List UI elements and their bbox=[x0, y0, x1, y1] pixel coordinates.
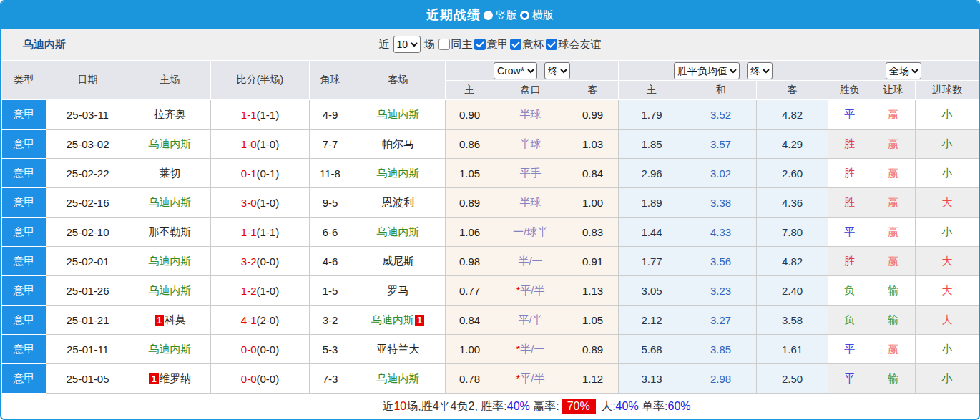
layout-radio-0[interactable] bbox=[484, 11, 493, 20]
euro-home-odds: 3.05 bbox=[619, 276, 685, 306]
asia-home-odds: 0.84 bbox=[446, 306, 494, 335]
home-team-name: 维罗纳 bbox=[160, 372, 192, 384]
league-cell: 意甲 bbox=[2, 364, 46, 394]
league-cell: 意甲 bbox=[2, 335, 46, 364]
away-team-name: 乌迪内斯 bbox=[377, 108, 420, 120]
goals-result: 小 bbox=[916, 335, 979, 364]
league-cell: 意甲 bbox=[2, 247, 46, 276]
handicap-text: 半球 bbox=[520, 108, 542, 120]
half-time-score: (0-0) bbox=[257, 373, 280, 385]
euro-odds-select[interactable]: 胜平负均值 bbox=[674, 62, 740, 79]
summary-segment-4: 赢率: bbox=[530, 399, 559, 414]
corner-cell: 5-3 bbox=[310, 335, 351, 364]
corner-cell: 4-6 bbox=[310, 247, 351, 276]
bookmaker-state-select[interactable]: 终 bbox=[544, 62, 570, 79]
table-row: 意甲 25-02-01 乌迪内斯 3-2(0-0) 4-6 威尼斯 0.98 半… bbox=[2, 247, 979, 276]
full-time-score: 3-2 bbox=[241, 255, 257, 268]
corner-cell: 4-9 bbox=[310, 100, 351, 130]
handicap-result: 赢 bbox=[871, 188, 916, 218]
away-team-name: 恩波利 bbox=[382, 196, 414, 208]
col-header-type: 类型 bbox=[2, 61, 46, 100]
goals-result: 大 bbox=[916, 188, 979, 218]
corner-cell: 7-7 bbox=[310, 130, 351, 159]
euro-draw-odds: 4.33 bbox=[685, 218, 757, 247]
goals-result: 小 bbox=[916, 159, 979, 188]
checkbox-icon[interactable] bbox=[438, 39, 450, 50]
title-bar: 近期战绩 竖版横版 bbox=[1, 1, 979, 29]
away-team-name: 乌迪内斯 bbox=[377, 372, 420, 384]
home-red-card-badge: 1 bbox=[149, 373, 158, 384]
euro-state-select[interactable]: 终 bbox=[747, 62, 773, 79]
euro-away-odds: 2.40 bbox=[757, 276, 828, 306]
summary-segment-8: 单率: bbox=[639, 399, 668, 414]
corner-cell: 3-2 bbox=[310, 306, 351, 335]
filter-checkbox-group: 同主意甲意杯球会友谊 bbox=[438, 38, 602, 52]
scope-select-group: 全场 bbox=[828, 61, 979, 81]
euro-home-odds: 3.13 bbox=[619, 364, 685, 394]
away-team-cell: 乌迪内斯 bbox=[351, 364, 446, 394]
filter-checkbox-1[interactable]: 意甲 bbox=[474, 38, 509, 52]
half-time-score: (0-1) bbox=[257, 167, 280, 180]
summary-segment-3: 40% bbox=[507, 400, 530, 413]
table-row: 意甲 25-03-02 乌迪内斯 1-0(1-0) 7-7 帕尔马 0.86 半… bbox=[2, 130, 979, 159]
goals-result: 大 bbox=[916, 306, 979, 335]
asia-home-odds: 0.78 bbox=[446, 364, 494, 394]
checkbox-icon[interactable] bbox=[510, 39, 521, 50]
date-cell: 25-01-26 bbox=[46, 276, 129, 306]
col-header-date: 日期 bbox=[46, 61, 129, 100]
handicap-text: 平手 bbox=[520, 167, 542, 179]
euro-draw-odds: 3.56 bbox=[685, 247, 757, 276]
league-cell: 意甲 bbox=[2, 159, 46, 188]
summary-segment-6: 大: bbox=[598, 399, 616, 414]
near-label: 近 bbox=[379, 38, 390, 52]
home-team-name: 乌迪内斯 bbox=[149, 255, 192, 267]
asia-home-odds: 0.77 bbox=[446, 276, 494, 306]
subcol-asia-away: 客 bbox=[567, 81, 619, 100]
euro-draw-odds: 3.02 bbox=[685, 159, 757, 188]
results-body: 意甲 25-03-11 拉齐奥 1-1(1-1) 4-9 乌迪内斯 0.90 半… bbox=[2, 100, 979, 394]
match-result: 平 bbox=[828, 335, 871, 364]
match-result: 胜 bbox=[828, 159, 871, 188]
match-result: 平 bbox=[828, 100, 871, 130]
team-name-title: 乌迪内斯 bbox=[23, 38, 66, 52]
handicap-text: 平/半 bbox=[518, 313, 542, 326]
asia-home-odds: 1.00 bbox=[446, 335, 494, 364]
half-time-score: (1-0) bbox=[257, 197, 280, 209]
filter-bar: 乌迪内斯 近 10 场 同主意甲意杯球会友谊 bbox=[1, 29, 979, 60]
recent-results-panel: 近期战绩 竖版横版 乌迪内斯 近 10 场 同主意甲意杯球会友谊 类型 日期 主… bbox=[0, 0, 980, 420]
scope-select[interactable]: 全场 bbox=[886, 62, 921, 79]
checkbox-label: 意甲 bbox=[487, 38, 509, 52]
filter-checkbox-2[interactable]: 意杯 bbox=[510, 38, 544, 52]
euro-home-odds: 1.77 bbox=[619, 247, 685, 276]
away-team-name: 帕尔马 bbox=[382, 137, 414, 150]
subcol-euro-draw: 和 bbox=[685, 81, 757, 100]
bookmaker-select[interactable]: Crow* bbox=[494, 62, 537, 79]
home-team-name: 乌迪内斯 bbox=[149, 196, 192, 208]
checkbox-icon[interactable] bbox=[546, 39, 557, 50]
date-cell: 25-01-21 bbox=[46, 306, 129, 335]
handicap-text: 一/球半 bbox=[513, 225, 548, 238]
table-row: 意甲 25-02-10 那不勒斯 1-1(1-1) 6-6 乌迪内斯 1.06 … bbox=[2, 218, 979, 247]
goals-result: 大 bbox=[916, 276, 979, 306]
handicap-result: 赢 bbox=[871, 100, 916, 130]
table-row: 意甲 25-02-16 乌迪内斯 3-0(1-0) 9-5 恩波利 0.89 半… bbox=[2, 188, 979, 218]
layout-radio-label-1: 横版 bbox=[532, 9, 554, 22]
goals-result: 小 bbox=[916, 218, 979, 247]
score-cell: 0-0(0-0) bbox=[211, 364, 310, 394]
checkbox-icon[interactable] bbox=[474, 39, 486, 50]
table-row: 意甲 25-01-05 1维罗纳 0-0(0-0) 7-3 乌迪内斯 0.78 … bbox=[2, 364, 979, 394]
date-cell: 25-02-22 bbox=[46, 159, 129, 188]
summary-segment-7: 40% bbox=[616, 400, 639, 413]
match-count-select[interactable]: 10 bbox=[393, 36, 421, 53]
home-team-cell: 拉齐奥 bbox=[129, 100, 211, 130]
asia-away-odds: 1.13 bbox=[567, 276, 619, 306]
home-team-cell: 莱切 bbox=[129, 159, 211, 188]
filter-checkbox-3[interactable]: 球会友谊 bbox=[546, 38, 602, 52]
score-cell: 1-1(1-1) bbox=[211, 218, 310, 247]
match-result: 胜 bbox=[828, 188, 871, 218]
asia-handicap: *平/半 bbox=[494, 364, 567, 394]
layout-radio-1[interactable] bbox=[520, 11, 529, 20]
filter-checkbox-0[interactable]: 同主 bbox=[438, 38, 473, 52]
subcol-euro-away: 客 bbox=[757, 81, 828, 100]
home-team-name: 拉齐奥 bbox=[154, 108, 186, 120]
